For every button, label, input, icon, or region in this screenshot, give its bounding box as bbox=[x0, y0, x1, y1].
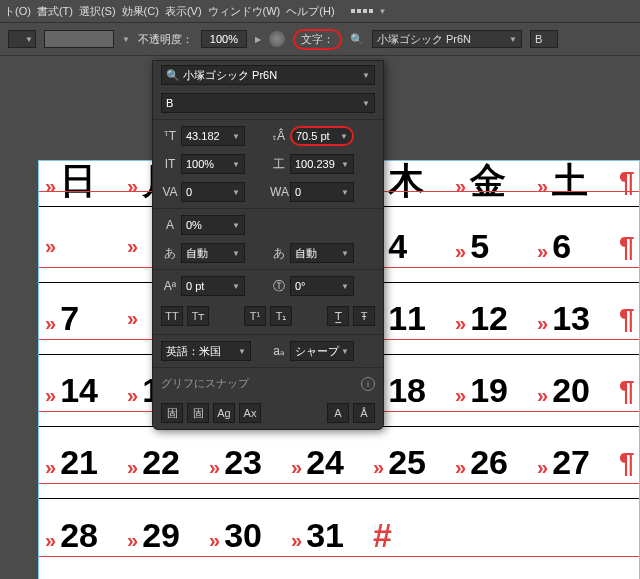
calendar-row: »28 »29 »30 »31 # bbox=[39, 499, 639, 571]
pilcrow-icon: ¶ bbox=[619, 166, 635, 198]
vscale-icon: IT bbox=[161, 157, 179, 171]
subscript-button[interactable]: T₁ bbox=[270, 306, 292, 326]
tracking-icon: WA bbox=[270, 185, 288, 199]
tracking-input[interactable]: 0▼ bbox=[290, 182, 354, 202]
antialias-icon: aₐ bbox=[270, 344, 288, 358]
menu-item[interactable]: 表示(V) bbox=[165, 4, 202, 19]
baseline-input[interactable]: 0 pt▼ bbox=[181, 276, 245, 296]
menu-item[interactable]: 選択(S) bbox=[79, 4, 116, 19]
font-family-select[interactable]: 小塚ゴシック Pr6N▼ bbox=[372, 30, 522, 48]
glyph-snap-btn[interactable]: A bbox=[327, 403, 349, 423]
workspace-icon[interactable] bbox=[351, 9, 373, 13]
kerning-input[interactable]: 0▼ bbox=[181, 182, 245, 202]
language-select[interactable]: 英語：米国▼ bbox=[161, 341, 251, 361]
control-bar: ▼ ▼ 不透明度： 100% ▶ 文字： 🔍 小塚ゴシック Pr6N▼ B bbox=[0, 22, 640, 56]
opacity-label: 不透明度： bbox=[138, 32, 193, 47]
font-weight-select[interactable]: B bbox=[530, 30, 558, 48]
leading-icon: ₜÂ bbox=[270, 129, 288, 143]
smallcaps-button[interactable]: Tᴛ bbox=[187, 306, 209, 326]
opacity-input[interactable]: 100% bbox=[201, 30, 247, 48]
menu-item[interactable]: ヘルプ(H) bbox=[286, 4, 334, 19]
aki-input[interactable]: 0%▼ bbox=[181, 215, 245, 235]
calendar-row: »21 »22 »23 »24 »25 »26 »27 ¶ bbox=[39, 427, 639, 499]
strikethrough-button[interactable]: Ŧ bbox=[353, 306, 375, 326]
font-size-icon: ᵀT bbox=[161, 129, 179, 143]
font-search-input[interactable]: 🔍 小塚ゴシック Pr6N▼ bbox=[161, 65, 375, 85]
kinsoku2-select[interactable]: 自動▼ bbox=[290, 243, 354, 263]
chevron-down-icon: ▼ bbox=[379, 7, 387, 16]
glyph-snap-btn[interactable]: Å bbox=[353, 403, 375, 423]
recolor-icon[interactable] bbox=[269, 31, 285, 47]
kinsoku-select[interactable]: 自動▼ bbox=[181, 243, 245, 263]
leading-input[interactable]: 70.5 pt▼ bbox=[290, 126, 354, 146]
character-label[interactable]: 文字： bbox=[293, 29, 342, 50]
glyph-snap-btn[interactable]: 固 bbox=[161, 403, 183, 423]
superscript-button[interactable]: T¹ bbox=[244, 306, 266, 326]
menu-item[interactable]: 書式(T) bbox=[37, 4, 73, 19]
menu-item[interactable]: ト(O) bbox=[4, 4, 31, 19]
glyph-snap-btn[interactable]: Ag bbox=[213, 403, 235, 423]
menu-item[interactable]: 効果(C) bbox=[122, 4, 159, 19]
menubar: ト(O) 書式(T) 選択(S) 効果(C) 表示(V) ウィンドウ(W) ヘル… bbox=[0, 0, 640, 22]
fill-swatch[interactable] bbox=[44, 30, 114, 48]
hash-mark: # bbox=[373, 516, 392, 555]
underline-button[interactable]: T̲ bbox=[327, 306, 349, 326]
aki-icon: A bbox=[161, 218, 179, 232]
baseline-icon: Aª bbox=[161, 279, 179, 293]
info-icon[interactable]: i bbox=[361, 377, 375, 391]
font-size-input[interactable]: 43.182▼ bbox=[181, 126, 245, 146]
fill-dropdown[interactable]: ▼ bbox=[8, 30, 36, 48]
kerning-icon: VA bbox=[161, 185, 179, 199]
hscale-input[interactable]: 100.239▼ bbox=[290, 154, 354, 174]
character-panel: 🔍 小塚ゴシック Pr6N▼ B▼ ᵀT 43.182▼ ₜÂ 70.5 pt▼… bbox=[152, 60, 384, 430]
rotation-input[interactable]: 0°▼ bbox=[290, 276, 354, 296]
font-weight-select[interactable]: B▼ bbox=[161, 93, 375, 113]
chevron-down-icon: ▼ bbox=[122, 35, 130, 44]
text-style-buttons: TT Tᴛ T¹ T₁ T̲ Ŧ bbox=[153, 300, 383, 332]
chevron-right-icon: ▶ bbox=[255, 35, 261, 44]
rotation-icon: Ⓣ bbox=[270, 278, 288, 295]
menu-item[interactable]: ウィンドウ(W) bbox=[208, 4, 281, 19]
hscale-icon: 工 bbox=[270, 156, 288, 173]
search-icon: 🔍 bbox=[350, 33, 364, 46]
kinsoku-icon: あ bbox=[161, 245, 179, 262]
glyph-snap-btn[interactable]: 固 bbox=[187, 403, 209, 423]
kinsoku2-icon: あ bbox=[270, 245, 288, 262]
antialias-select[interactable]: シャープ▼ bbox=[290, 341, 354, 361]
snap-to-glyph-label: グリフにスナップ bbox=[161, 376, 249, 391]
vscale-input[interactable]: 100%▼ bbox=[181, 154, 245, 174]
glyph-snap-btn[interactable]: Ax bbox=[239, 403, 261, 423]
allcaps-button[interactable]: TT bbox=[161, 306, 183, 326]
